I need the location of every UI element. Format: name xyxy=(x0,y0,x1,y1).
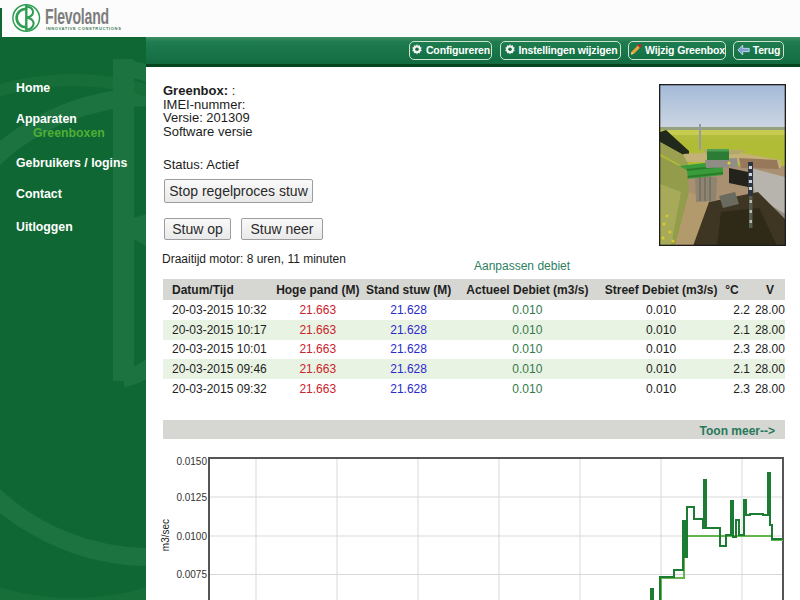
svg-text:0.0150: 0.0150 xyxy=(176,456,207,467)
svg-text:0.0100: 0.0100 xyxy=(176,531,207,542)
svg-text:m3/sec: m3/sec xyxy=(160,519,171,551)
svg-text:0.0125: 0.0125 xyxy=(176,492,207,503)
svg-text:0.0075: 0.0075 xyxy=(176,569,207,580)
